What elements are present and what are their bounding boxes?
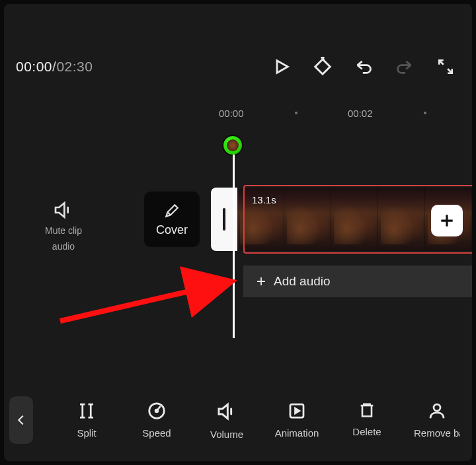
playback-toolbar: 00:00/02:30 — [4, 50, 472, 83]
ruler-dot — [424, 112, 426, 114]
remove-bg-label: Remove background — [414, 427, 460, 439]
current-time: 00:00 — [16, 59, 52, 74]
split-label: Split — [77, 427, 96, 439]
clip-duration-label: 13.1s — [252, 194, 276, 205]
timecode-display: 00:00/02:30 — [16, 59, 93, 75]
add-audio-label: Add audio — [274, 274, 331, 289]
redo-button[interactable] — [389, 51, 420, 83]
time-ruler[interactable]: 00:00 00:02 — [222, 103, 472, 123]
mute-label-1: Mute clip — [45, 225, 82, 236]
plus-icon — [255, 275, 267, 287]
cover-label: Cover — [156, 223, 188, 237]
mute-label-2: audio — [52, 240, 75, 252]
fullscreen-icon — [437, 58, 454, 75]
fullscreen-button[interactable] — [430, 51, 461, 83]
trash-icon — [358, 401, 376, 419]
video-track[interactable]: 13.1s — [212, 188, 472, 251]
animation-icon — [287, 401, 307, 421]
chevron-left-icon — [14, 413, 28, 427]
svg-line-0 — [60, 281, 232, 321]
volume-icon — [216, 401, 237, 422]
undo-button[interactable] — [348, 51, 379, 83]
annotation-arrow — [54, 255, 252, 328]
playback-buttons — [266, 51, 461, 83]
speed-icon — [147, 401, 167, 421]
speed-tool[interactable]: Speed — [122, 401, 192, 440]
add-audio-button[interactable]: Add audio — [243, 266, 472, 297]
remove-background-tool[interactable]: Remove background — [402, 401, 472, 440]
total-time: 02:30 — [56, 59, 93, 74]
keyframe-icon — [313, 57, 333, 77]
redo-icon — [395, 57, 414, 76]
keyframe-button[interactable] — [307, 51, 338, 83]
plus-icon — [438, 212, 456, 229]
delete-tool[interactable]: Delete — [332, 401, 402, 440]
ruler-tick-1: 00:02 — [348, 108, 373, 119]
volume-label: Volume — [210, 429, 243, 440]
split-tool[interactable]: Split — [52, 401, 122, 440]
playhead-line — [233, 155, 235, 338]
undo-icon — [354, 57, 373, 76]
add-clip-button[interactable] — [431, 205, 463, 236]
volume-tool[interactable]: Volume — [192, 401, 262, 440]
ruler-tick-0: 00:00 — [219, 108, 244, 119]
play-icon — [272, 57, 291, 76]
pencil-icon — [163, 202, 180, 219]
person-icon — [427, 401, 447, 421]
mute-clip-audio-button[interactable]: Mute clip audio — [4, 188, 123, 252]
speed-label: Speed — [142, 427, 171, 439]
timeline-area: Mute clip audio Cover 13.1s Add a — [4, 188, 472, 252]
cover-button[interactable]: Cover — [144, 192, 200, 247]
animation-tool[interactable]: Animation — [262, 401, 332, 440]
edit-toolbar: Split Speed Volume Animation Delete Remo… — [4, 386, 472, 454]
speaker-icon — [53, 199, 74, 221]
split-icon — [77, 401, 97, 421]
animation-label: Animation — [275, 427, 319, 439]
playhead-marker-icon — [222, 135, 243, 156]
ruler-dot — [295, 112, 298, 114]
playhead[interactable] — [233, 135, 254, 156]
svg-point-4 — [434, 404, 440, 411]
svg-point-2 — [155, 410, 158, 412]
video-editor-app: 00:00/02:30 00:00 00:02 — [4, 4, 472, 461]
play-button[interactable] — [266, 51, 298, 83]
back-button[interactable] — [9, 396, 33, 444]
delete-label: Delete — [352, 426, 381, 437]
